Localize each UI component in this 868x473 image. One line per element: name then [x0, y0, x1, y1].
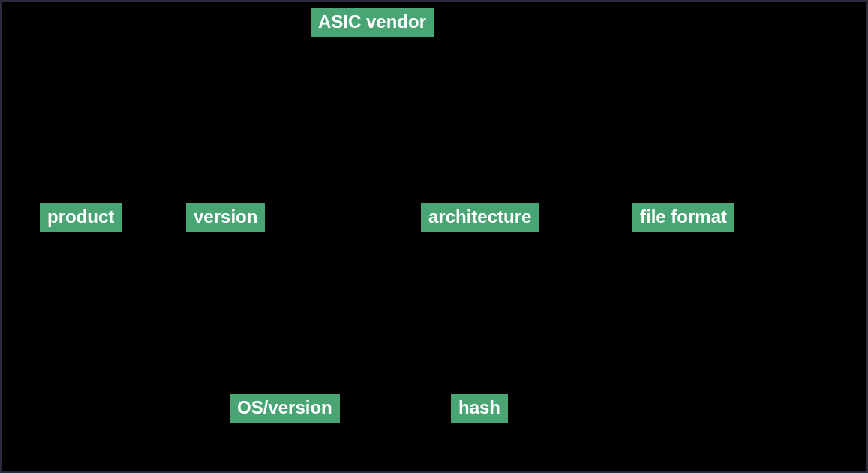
- svg-line-1: [221, 34, 365, 203]
- svg-line-0: [80, 34, 365, 203]
- svg-line-2: [365, 34, 477, 203]
- svg-line-4: [282, 229, 477, 394]
- node-asic-vendor: ASIC vendor: [311, 8, 434, 37]
- svg-line-5: [476, 229, 477, 394]
- node-hash: hash: [451, 394, 508, 423]
- node-os-version: OS/version: [230, 394, 340, 423]
- node-file-format: file format: [632, 203, 734, 232]
- node-product: product: [40, 203, 122, 232]
- edges-layer: [2, 2, 868, 473]
- node-architecture: architecture: [421, 203, 539, 232]
- node-version: version: [186, 203, 265, 232]
- svg-line-3: [365, 34, 684, 203]
